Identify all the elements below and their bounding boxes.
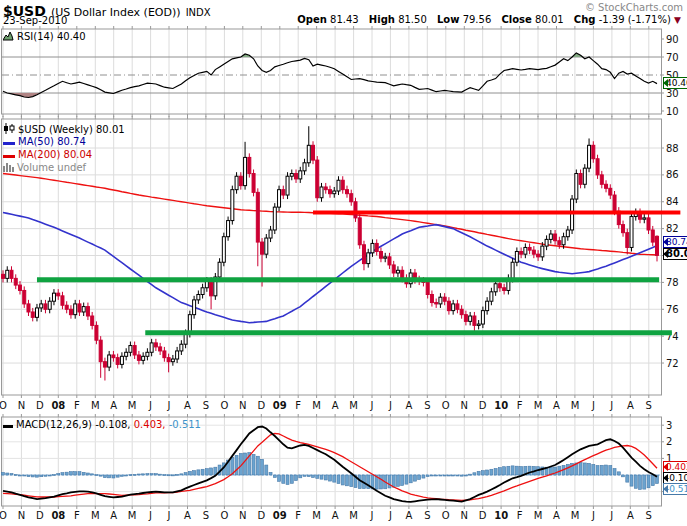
xaxis-months-mid: OND08FMAMJJASOND09FMAMJJASOND10FMAMJJAS	[0, 400, 652, 411]
macd-signal-value: 0.403,	[134, 419, 166, 430]
svg-text:F: F	[517, 510, 523, 521]
rsi-legend: RSI(14) 40.40	[3, 31, 86, 43]
svg-text:J: J	[148, 400, 152, 411]
xaxis-months-bottom: OND08FMAMJJASOND09FMAMJJASOND10FMAMJJAS	[0, 510, 652, 521]
ma200-legend: MA(200) 80.04	[3, 149, 92, 161]
stockcharts-credit: © StockCharts.com	[585, 2, 683, 13]
ma200-legend-label: MA(200) 80.04	[18, 149, 92, 160]
svg-text:F: F	[517, 400, 523, 411]
svg-text:A: A	[405, 510, 412, 521]
svg-text:10: 10	[494, 510, 508, 521]
ma50-legend: MA(50) 80.74	[3, 136, 86, 148]
svg-text:A: A	[627, 400, 634, 411]
svg-text:M: M	[534, 400, 543, 411]
svg-text:J: J	[591, 400, 595, 411]
svg-text:09: 09	[273, 510, 287, 521]
svg-text:76: 76	[666, 304, 679, 315]
svg-text:08: 08	[51, 510, 65, 521]
svg-text:08: 08	[51, 400, 65, 411]
svg-text:M: M	[571, 510, 580, 521]
volume-legend-label: Volume undef	[17, 162, 86, 173]
svg-text:M: M	[349, 510, 358, 521]
svg-text:N: N	[18, 400, 25, 411]
svg-text:70: 70	[666, 52, 679, 63]
svg-text:90: 90	[666, 34, 679, 45]
svg-text:10: 10	[666, 106, 679, 117]
price-panel: 888684828078767472	[2, 116, 681, 398]
svg-text:10: 10	[494, 400, 508, 411]
svg-text:N: N	[18, 510, 25, 521]
svg-text:D: D	[257, 510, 265, 521]
svg-text:82: 82	[666, 223, 679, 234]
close-value-box: 80.01	[663, 248, 687, 260]
svg-text:S: S	[424, 510, 430, 521]
svg-text:M: M	[571, 400, 580, 411]
macd-line-icon	[3, 420, 13, 431]
rsi-value-box: 40.40	[663, 77, 687, 89]
svg-text:F: F	[295, 400, 301, 411]
svg-text:A: A	[110, 400, 117, 411]
svg-text:78: 78	[666, 277, 679, 288]
svg-text:A: A	[405, 400, 412, 411]
svg-text:A: A	[332, 510, 339, 521]
svg-text:A: A	[110, 510, 117, 521]
svg-text:J: J	[370, 510, 374, 521]
open-label: Open	[297, 14, 327, 25]
price-legend-label: $USD (Weekly) 80.01	[18, 124, 125, 135]
svg-text:O: O	[442, 400, 450, 411]
svg-text:72: 72	[666, 358, 679, 369]
svg-text:F: F	[74, 510, 80, 521]
stockcharts-chart-page: 9070503010888684828078767472321-1OND08FM…	[0, 0, 687, 526]
low-label: Low	[437, 14, 459, 25]
svg-text:N: N	[461, 400, 468, 411]
exchange-label: INDX	[186, 7, 211, 18]
svg-text:J: J	[609, 400, 613, 411]
svg-text:J: J	[167, 400, 171, 411]
svg-text:J: J	[591, 510, 595, 521]
svg-text:M: M	[91, 400, 100, 411]
svg-text:J: J	[388, 510, 392, 521]
low-value: 79.56	[463, 14, 492, 25]
svg-text:S: S	[203, 510, 209, 521]
open-value: 81.43	[330, 14, 359, 25]
svg-text:O: O	[220, 400, 228, 411]
svg-text:A: A	[553, 400, 560, 411]
chart-date: 23-Sep-2010	[3, 15, 67, 26]
svg-text:2: 2	[666, 436, 672, 447]
price-legend: $USD (Weekly) 80.01	[3, 123, 125, 136]
chg-value: -1.39 (-1.71%)	[599, 14, 671, 25]
ma50-legend-label: MA(50) 80.74	[18, 136, 86, 147]
svg-text:S: S	[646, 510, 652, 521]
svg-text:M: M	[312, 510, 321, 521]
svg-text:O: O	[0, 510, 7, 521]
svg-text:M: M	[312, 400, 321, 411]
chg-label: Chg	[574, 14, 596, 25]
high-value: 81.50	[398, 14, 427, 25]
volume-bars-icon	[3, 162, 14, 174]
svg-text:88: 88	[666, 143, 679, 154]
svg-text:A: A	[332, 400, 339, 411]
svg-text:F: F	[295, 510, 301, 521]
svg-text:D: D	[36, 510, 44, 521]
svg-text:84: 84	[666, 196, 679, 207]
macd-legend-label: MACD(12,26,9) -0.108,	[16, 419, 131, 430]
svg-text:A: A	[553, 510, 560, 521]
svg-text:M: M	[91, 510, 100, 521]
svg-text:J: J	[148, 510, 152, 521]
svg-text:86: 86	[666, 169, 679, 180]
svg-text:M: M	[534, 510, 543, 521]
svg-text:D: D	[479, 510, 487, 521]
svg-text:J: J	[370, 400, 374, 411]
svg-text:J: J	[609, 510, 613, 521]
svg-text:S: S	[203, 400, 209, 411]
svg-text:S: S	[424, 400, 430, 411]
svg-text:M: M	[349, 400, 358, 411]
close-label: Close	[501, 14, 531, 25]
svg-text:O: O	[0, 400, 7, 411]
candlestick-icon	[3, 123, 15, 136]
symbol-name: (US Dollar Index (EOD))	[51, 6, 181, 19]
svg-text:N: N	[239, 400, 246, 411]
volume-legend: Volume undef	[3, 162, 86, 174]
macd-hist-value: -0.511	[169, 419, 201, 430]
svg-text:N: N	[239, 510, 246, 521]
